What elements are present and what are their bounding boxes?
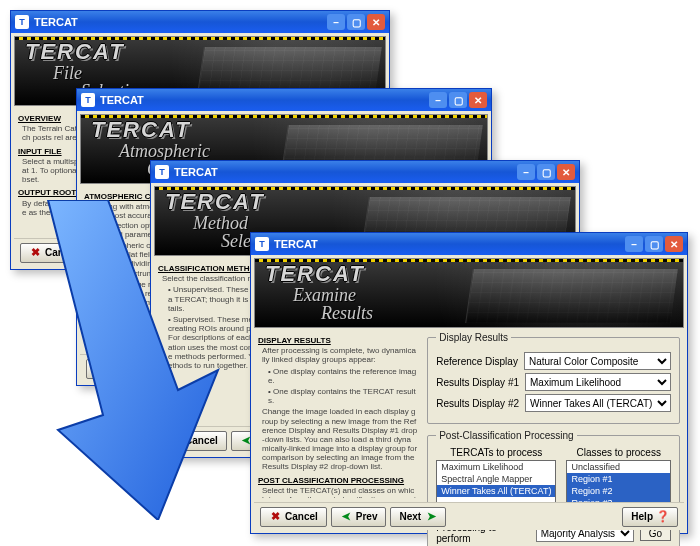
brand: TERCAT [265, 261, 365, 287]
title: TERCAT [34, 16, 78, 28]
prev-button[interactable]: ➤Prev [331, 507, 387, 527]
title: TERCAT [100, 94, 144, 106]
app-icon: T [155, 165, 169, 179]
banner-line-a: File [53, 63, 82, 84]
list-item[interactable]: Region #1 [567, 473, 670, 485]
chevron-left-icon: ➤ [340, 511, 352, 523]
label-results-2: Results Display #2 [436, 398, 519, 409]
banner-line-b: Results [321, 303, 373, 324]
col-classes-label: Classes to process [566, 447, 671, 458]
cancel-button[interactable]: ✖Cancel [260, 507, 327, 527]
close-icon: ✖ [269, 511, 281, 523]
app-icon: T [81, 93, 95, 107]
cancel-button[interactable]: ✖Cancel [86, 359, 153, 379]
help-icon: ❓ [657, 511, 669, 523]
window-close-button[interactable]: ✕ [665, 236, 683, 252]
list-item[interactable]: Spectral Angle Mapper [437, 473, 555, 485]
col-tercats-label: TERCATs to process [436, 447, 556, 458]
group-display-results: Display Results Reference Display Natura… [427, 332, 680, 424]
window-close-button[interactable]: ✕ [367, 14, 385, 30]
close-icon: ✖ [169, 435, 181, 447]
brand: TERCAT [91, 117, 191, 143]
title: TERCAT [174, 166, 218, 178]
window-minimize-button[interactable]: – [625, 236, 643, 252]
window-maximize-button[interactable]: ▢ [645, 236, 663, 252]
list-item[interactable]: Region #2 [567, 485, 670, 497]
window-examine-results: T TERCAT – ▢ ✕ TERCAT Examine Results DI… [250, 232, 688, 534]
next-button[interactable]: Next➤ [390, 507, 446, 527]
titlebar[interactable]: T TERCAT – ▢ ✕ [151, 161, 579, 183]
label-results-1: Results Display #1 [436, 377, 519, 388]
list-item[interactable]: Unclassified [567, 461, 670, 473]
label-reference-display: Reference Display [436, 356, 518, 367]
brand: TERCAT [165, 189, 265, 215]
help-panel: DISPLAY RESULTS After processing is comp… [258, 332, 421, 498]
title: TERCAT [274, 238, 318, 250]
app-icon: T [15, 15, 29, 29]
group-display-results-legend: Display Results [436, 332, 511, 343]
results-display-2-select[interactable]: Winner Takes All (TERCAT) [525, 394, 671, 412]
titlebar[interactable]: T TERCAT – ▢ ✕ [251, 233, 687, 255]
window-minimize-button[interactable]: – [517, 164, 535, 180]
titlebar[interactable]: T TERCAT – ▢ ✕ [77, 89, 491, 111]
window-minimize-button[interactable]: – [429, 92, 447, 108]
reference-display-select[interactable]: Natural Color Composite [524, 352, 671, 370]
close-icon: ✖ [95, 363, 107, 375]
list-item[interactable]: Winner Takes All (TERCAT) [437, 485, 555, 497]
window-close-button[interactable]: ✕ [469, 92, 487, 108]
banner: TERCAT Examine Results [254, 258, 684, 328]
results-display-1-select[interactable]: Maximum Likelihood [525, 373, 671, 391]
window-maximize-button[interactable]: ▢ [347, 14, 365, 30]
help-button[interactable]: Help❓ [622, 507, 678, 527]
close-icon: ✖ [29, 247, 41, 259]
group-post-classification-legend: Post-Classification Processing [436, 430, 577, 441]
titlebar[interactable]: T TERCAT – ▢ ✕ [11, 11, 389, 33]
wizard-footer: ✖Cancel ➤Prev Next➤ Help❓ [254, 502, 684, 530]
window-minimize-button[interactable]: – [327, 14, 345, 30]
cancel-button[interactable]: ✖Cancel [160, 431, 227, 451]
list-item[interactable]: Maximum Likelihood [437, 461, 555, 473]
brand: TERCAT [25, 39, 125, 65]
app-icon: T [255, 237, 269, 251]
window-maximize-button[interactable]: ▢ [537, 164, 555, 180]
window-maximize-button[interactable]: ▢ [449, 92, 467, 108]
window-close-button[interactable]: ✕ [557, 164, 575, 180]
chevron-right-icon: ➤ [425, 511, 437, 523]
